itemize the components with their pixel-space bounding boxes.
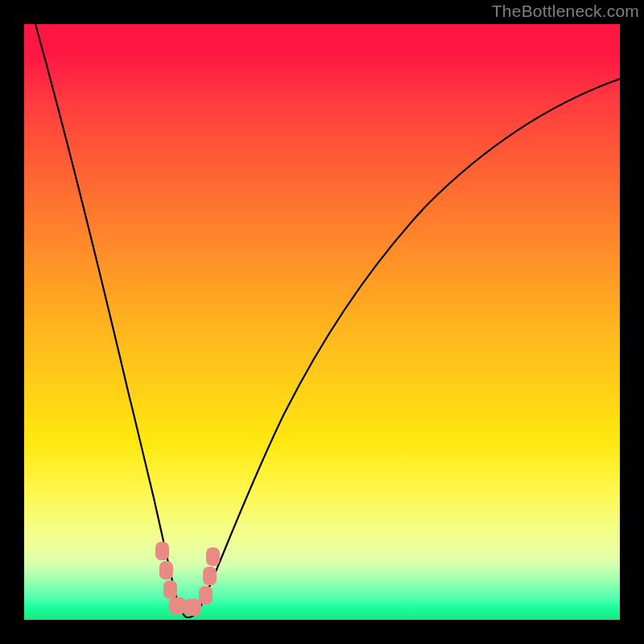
marker xyxy=(199,586,213,605)
marker xyxy=(163,580,177,599)
plot-area xyxy=(24,24,620,620)
marker xyxy=(159,561,173,580)
marker-cluster xyxy=(155,542,220,616)
marker xyxy=(203,567,217,585)
marker xyxy=(169,597,186,614)
watermark-text: TheBottleneck.com xyxy=(492,2,639,21)
marker xyxy=(206,547,220,566)
chart-frame: TheBottleneck.com xyxy=(0,0,644,644)
marker xyxy=(155,542,169,560)
bottleneck-curve-svg xyxy=(24,24,620,620)
marker xyxy=(184,599,201,616)
bottleneck-curve xyxy=(35,24,620,617)
